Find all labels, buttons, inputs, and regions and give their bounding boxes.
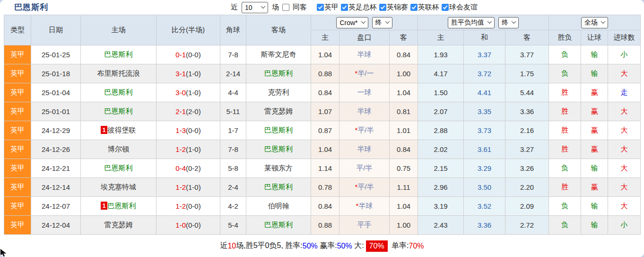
draw-odds: 3.37 (464, 45, 505, 64)
check-icon (412, 4, 417, 9)
date-cell: 24-12-14 (31, 178, 81, 197)
away-team-cell: 伯明翰 (246, 197, 311, 216)
handicap-group-header: Crow* 终 (311, 15, 418, 30)
score-cell: 1-2(1-0) (157, 178, 220, 197)
wdl-time-select[interactable]: 终 (498, 17, 519, 28)
league-filter-checkbox[interactable] (410, 4, 418, 11)
handicap-away-odds: 0.84 (390, 140, 418, 159)
draw-odds: 3.35 (464, 102, 505, 121)
matches-table: 类型 日期 主场 比分(半场) 角球 客场 Crow* 终 (4, 15, 641, 235)
check-icon (342, 4, 347, 9)
win-odds: 2.02 (418, 140, 464, 159)
col-date: 日期 (31, 15, 81, 45)
away-team-cell: 莱顿东方 (246, 159, 311, 178)
league-filter-checkbox[interactable] (317, 4, 324, 11)
table-row: 英甲 25-01-01 巴恩斯利 2-1(2-0) 5-11 雷克瑟姆 1.07… (4, 102, 641, 121)
summary-segment: 场,胜5平0负5, 胜率: (236, 241, 302, 251)
lose-odds: 2.20 (505, 178, 549, 197)
table-row: 英甲 24-12-07 1巴恩斯利 1-2(0-0) 4-2 伯明翰 0.84 … (4, 197, 641, 216)
home-team-name: 巴恩斯利 (104, 164, 133, 172)
home-team-cell: 埃克塞特城 (81, 178, 157, 197)
scope-select[interactable]: 全场 (581, 17, 608, 28)
corners-cell: 5-4 (220, 216, 246, 235)
check-icon (443, 4, 448, 9)
home-team-name: 巴恩斯利 (108, 202, 136, 210)
result-cell: 负 (549, 216, 581, 235)
home-team-name: 布里斯托流浪 (97, 69, 140, 77)
away-team-name: 巴恩斯利 (264, 221, 293, 229)
handicap-line-cell: 平/半 (339, 159, 390, 178)
league-filter-checkbox[interactable] (379, 4, 386, 11)
draw-odds: 3.50 (464, 178, 505, 197)
summary-segment: 大: (352, 241, 364, 251)
mouse-cursor-icon (0, 248, 7, 257)
away-team-name: 巴恩斯利 (264, 126, 293, 134)
league-filter-checkbox[interactable] (442, 4, 449, 11)
col-score: 比分(半场) (157, 15, 220, 45)
goals-result-cell: 大 (608, 197, 641, 216)
goals-result-cell: 大 (608, 102, 641, 121)
score-cell: 3-1(1-0) (157, 64, 220, 83)
home-team-name: 彼得堡联 (108, 126, 136, 134)
away-team-name: 伯明翰 (268, 202, 289, 210)
same-away-checkbox[interactable] (282, 4, 289, 11)
lose-odds: 5.44 (505, 83, 549, 102)
handicap-result-cell: 赢 (581, 140, 608, 159)
summary-segment: 近 (220, 241, 227, 251)
handicap-result-cell: 输 (581, 197, 608, 216)
date-cell: 24-12-26 (31, 140, 81, 159)
lose-odds: 3.27 (505, 140, 549, 159)
draw-odds: 3.36 (464, 216, 505, 235)
corners-cell: 7-8 (220, 45, 246, 64)
home-team-name: 埃克塞特城 (101, 183, 136, 191)
subcol-goals: 进球数 (608, 30, 641, 45)
summary-segment: 70% (366, 240, 388, 252)
summary-segment: 50% (303, 242, 318, 250)
chevron-down-icon (361, 19, 366, 24)
odds-company-select[interactable]: Crow* (336, 17, 368, 28)
win-odds: 2.96 (418, 178, 464, 197)
summary-footer: 近10场,胜5平0负5, 胜率:50% 赢率:50% 大:70% 单率:70% (0, 235, 644, 257)
date-cell: 24-12-07 (31, 197, 81, 216)
away-team-cell: 雷克瑟姆 (246, 102, 311, 121)
corners-cell: 2-4 (220, 178, 246, 197)
table-row: 英甲 25-01-18 布里斯托流浪 3-1(1-0) 2-14 巴恩斯利 0.… (4, 64, 641, 83)
result-group-header: 全场 (549, 15, 641, 30)
recent-count-select[interactable]: 10 (242, 2, 268, 13)
handicap-away-odds: 0.84 (390, 45, 418, 64)
handicap-result-cell: 赢 (581, 83, 608, 102)
away-team-name: 克劳利 (268, 88, 289, 96)
wdl-type-select[interactable]: 胜平负均值 (448, 17, 495, 28)
score-cell: 1-0(0-0) (157, 216, 220, 235)
handicap-time-select[interactable]: 终 (372, 17, 392, 28)
league-filter-checkbox[interactable] (341, 4, 348, 11)
league-badge: 英甲 (4, 64, 31, 83)
table-row: 英甲 24-12-04 雷克瑟姆 1-0(0-0) 5-4 巴恩斯利 0.88 … (4, 216, 641, 235)
date-cell: 25-01-25 (31, 45, 81, 64)
handicap-line-cell: *平/半 (339, 178, 390, 197)
league-filter-label: 英锦赛 (387, 3, 408, 12)
corners-cell: 1-7 (220, 121, 246, 140)
top-bar: 巴恩斯利 近 10 场 同客 英甲英足总杯英锦赛英联杯球会友谊 (0, 0, 644, 15)
handicap-away-odds: 1.00 (390, 64, 418, 83)
handicap-home-odds: 0.88 (311, 216, 339, 235)
win-odds: 2.88 (418, 121, 464, 140)
date-cell: 25-01-04 (31, 83, 81, 102)
league-filter-item: 英联杯 (408, 3, 439, 12)
home-team-name: 巴恩斯利 (104, 107, 133, 115)
away-team-cell: 巴恩斯利 (246, 64, 311, 83)
result-cell: 负 (549, 197, 581, 216)
check-icon (381, 4, 385, 9)
col-away: 客场 (246, 15, 311, 45)
table-row: 英甲 24-12-29 1彼得堡联 1-3(0-0) 1-7 巴恩斯利 0.87… (4, 121, 641, 140)
away-team-name: 巴恩斯利 (264, 183, 293, 191)
wdl-group-header: 胜平负均值 终 (418, 15, 549, 30)
league-filter-label: 英足总杯 (348, 3, 377, 12)
home-team-name: 巴恩斯利 (104, 88, 133, 96)
lose-odds: 2.16 (505, 121, 549, 140)
recent-label: 近 (231, 3, 238, 12)
lose-odds: 3.36 (505, 102, 549, 121)
result-cell: 胜 (549, 83, 581, 102)
handicap-home-odds: 0.84 (311, 83, 339, 102)
league-badge: 英甲 (4, 140, 31, 159)
